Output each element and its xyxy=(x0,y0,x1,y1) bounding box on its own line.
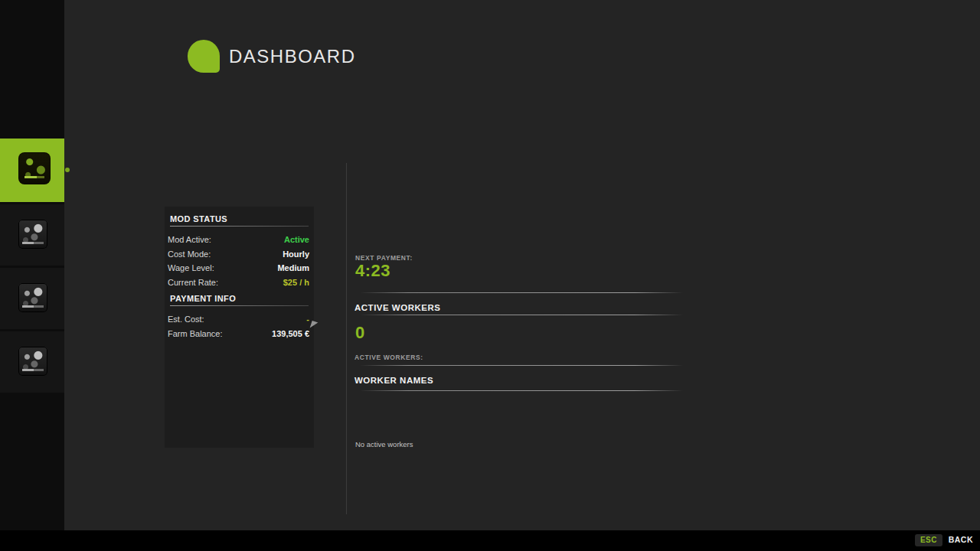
sidebar-item-mod[interactable] xyxy=(0,331,64,393)
row-label: Current Rate: xyxy=(168,278,218,287)
next-payment-value: 4:23 xyxy=(355,261,390,281)
status-panel: MOD STATUS Mod Active: Active Cost Mode:… xyxy=(165,207,314,448)
sidebar-item-mod[interactable] xyxy=(0,204,64,266)
horizontal-divider xyxy=(360,390,683,391)
row-label: Mod Active: xyxy=(168,235,211,244)
row-value: Medium xyxy=(277,263,309,272)
section-divider xyxy=(170,305,309,306)
mod-thumbnail-icon xyxy=(18,152,51,184)
sidebar-item-mod[interactable] xyxy=(0,268,64,329)
mod-thumbnail-icon xyxy=(18,347,47,376)
section-divider xyxy=(170,226,309,227)
empty-workers-message: No active workers xyxy=(355,440,413,448)
row-value: $25 / h xyxy=(283,278,309,287)
status-row: Wage Level: Medium xyxy=(168,261,309,276)
row-label: Est. Cost: xyxy=(168,315,204,324)
row-label: Cost Mode: xyxy=(168,249,211,259)
active-workers-sublabel: ACTIVE WORKERS: xyxy=(354,354,423,361)
payment-info-header: PAYMENT INFO xyxy=(170,294,314,303)
status-row: Mod Active: Active xyxy=(168,233,309,247)
app-logo-icon xyxy=(188,40,220,73)
footer-bar: ESC BACK xyxy=(0,530,980,551)
active-workers-count: 0 xyxy=(355,323,365,343)
mod-sidebar xyxy=(0,0,64,530)
dashboard-screen: DASHBOARD MOD STATUS Mod Active: Active … xyxy=(0,0,980,551)
row-value: 139,505 € xyxy=(272,329,309,338)
esc-key-button[interactable]: ESC xyxy=(915,534,942,546)
active-workers-header: ACTIVE WORKERS xyxy=(354,303,440,312)
mod-thumbnail-icon xyxy=(18,283,47,312)
vertical-divider xyxy=(346,163,347,514)
mouse-cursor-icon xyxy=(310,321,318,330)
status-row: Est. Cost: - xyxy=(168,312,309,327)
mod-status-header: MOD STATUS xyxy=(170,214,314,223)
horizontal-divider xyxy=(360,292,683,293)
row-value: - xyxy=(306,315,309,324)
row-value: Hourly xyxy=(283,249,309,259)
selected-tab-indicator-dot xyxy=(65,168,70,172)
sidebar-item-selected[interactable] xyxy=(0,139,64,202)
row-label: Farm Balance: xyxy=(168,329,223,338)
horizontal-divider xyxy=(360,315,683,315)
status-row: Current Rate: $25 / h xyxy=(168,276,309,290)
row-value: Active xyxy=(284,235,309,244)
horizontal-divider xyxy=(360,365,683,366)
page-title: DASHBOARD xyxy=(229,46,356,67)
row-label: Wage Level: xyxy=(168,263,214,272)
mod-thumbnail-icon xyxy=(18,220,47,249)
worker-names-header: WORKER NAMES xyxy=(354,376,433,385)
status-row: Farm Balance: 139,505 € xyxy=(168,327,309,341)
status-row: Cost Mode: Hourly xyxy=(168,247,309,262)
back-button[interactable]: BACK xyxy=(949,535,973,544)
